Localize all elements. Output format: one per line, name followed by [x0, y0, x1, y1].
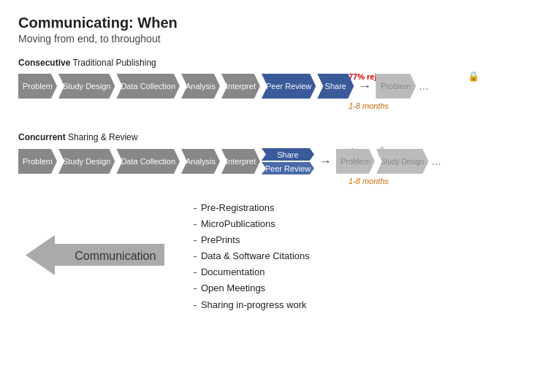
- step-data-collection-1: Data Collection: [116, 74, 180, 99]
- lock-icon: 🔒: [468, 71, 479, 82]
- consecutive-label: Consecutive Traditional Publishing: [18, 58, 530, 68]
- months-label-1: 1-8 months: [349, 101, 530, 110]
- step-problem-2: Problem: [18, 149, 57, 174]
- list-item-5: Documentation: [194, 264, 310, 280]
- concurrent-pipeline: Problem Study Design Data Collection Ana…: [18, 148, 530, 174]
- list-item-3: PrePrints: [194, 232, 310, 248]
- communication-arrow-container: Communication: [18, 228, 172, 285]
- step-data-collection-2: Data Collection: [116, 149, 180, 174]
- step-analysis-2: Analysis: [181, 149, 220, 174]
- share-peerreview-stack: Share Peer Review: [262, 148, 314, 174]
- step-peer-review-1: Peer Review: [262, 74, 316, 99]
- list-item-1: Pre-Registrations: [194, 200, 310, 216]
- arrow-right-2: →: [319, 154, 332, 169]
- bottom-section: Communication Pre-Registrations MicroPub…: [18, 200, 530, 313]
- list-item-6: Open Meetings: [194, 280, 310, 296]
- bullet-list: Pre-Registrations MicroPublications PreP…: [194, 200, 310, 313]
- step-study-design-2: Study Design: [58, 149, 115, 174]
- consecutive-pipeline: Problem Study Design Data Collection Ana…: [18, 74, 530, 99]
- step-interpret-2: Interpret: [221, 149, 260, 174]
- step-interpret-1: Interpret: [221, 74, 260, 99]
- list-item-4: Data & Software Citations: [194, 248, 310, 264]
- communication-label: Communication: [75, 250, 156, 263]
- step-analysis-1: Analysis: [181, 74, 220, 99]
- step-share-1: Share: [317, 74, 354, 99]
- step-problem-ghost-1: Problem: [376, 74, 416, 99]
- step-peer-review-2: Peer Review: [262, 162, 314, 174]
- step-problem-ghost-2: Problem: [336, 149, 375, 174]
- step-share-2: Share: [262, 148, 314, 161]
- page-title: Communicating: When: [18, 15, 530, 31]
- concurrent-label: Concurrent Sharing & Review: [18, 132, 530, 142]
- list-item-7: Sharing in-progress work: [194, 297, 310, 313]
- ellipsis-2: ...: [431, 155, 441, 168]
- page-subtitle: Moving from end, to throughout: [18, 33, 530, 45]
- ellipsis-1: ...: [419, 80, 428, 93]
- months-label-2: 1-8 months: [349, 177, 530, 185]
- list-item-2: MicroPublications: [194, 216, 310, 232]
- step-study-design-1: Study Design: [58, 74, 115, 99]
- step-problem-1: Problem: [18, 74, 57, 99]
- step-study-design-ghost-2: Study Design: [376, 149, 428, 174]
